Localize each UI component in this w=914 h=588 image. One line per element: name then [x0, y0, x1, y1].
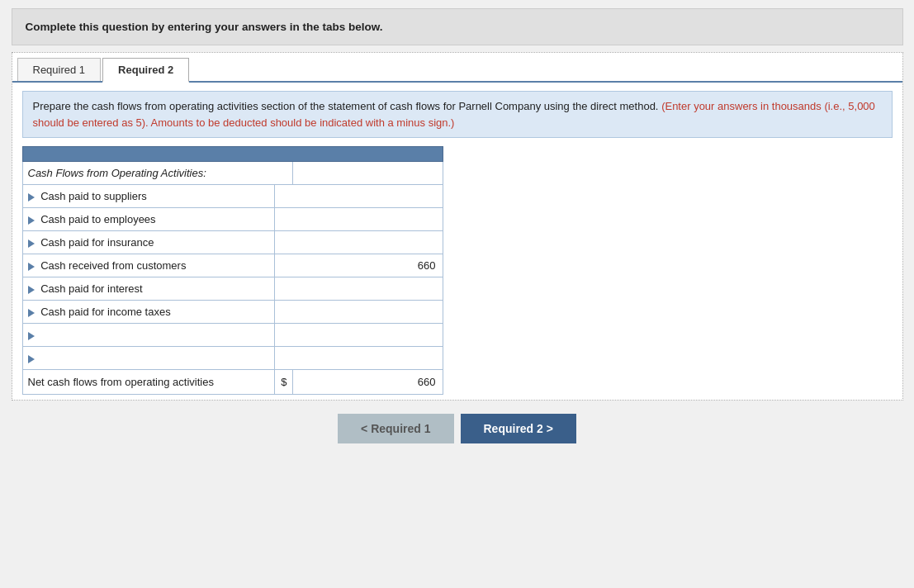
- row-label-suppliers: Cash paid to suppliers: [22, 185, 275, 208]
- row-value-interest[interactable]: [275, 277, 443, 301]
- btn-required2[interactable]: Required 2 >: [461, 414, 576, 443]
- table-row-empty1: [22, 324, 443, 347]
- tab-required2[interactable]: Required 2: [102, 58, 189, 83]
- input-income-taxes[interactable]: [280, 306, 437, 318]
- input-employees[interactable]: [280, 213, 437, 225]
- arrow-icon: [28, 193, 35, 202]
- row-value-empty2[interactable]: [275, 347, 443, 370]
- row-label-empty2: [22, 347, 275, 370]
- table-row: Cash received from customers 660: [22, 254, 443, 277]
- arrow-icon: [28, 286, 35, 294]
- table-row: Cash paid to suppliers: [22, 185, 443, 208]
- tab-row: Required 1 Required 2: [12, 53, 902, 83]
- section-title-cell: Cash Flows from Operating Activities:: [22, 162, 293, 185]
- row-label-employees: Cash paid to employees: [22, 208, 275, 231]
- table-row: Cash paid for insurance: [22, 231, 443, 254]
- row-value-customers[interactable]: 660: [275, 254, 443, 277]
- cash-flow-table: Cash Flows from Operating Activities: Ca…: [22, 146, 443, 395]
- input-insurance[interactable]: [280, 236, 437, 249]
- arrow-icon: [28, 355, 35, 363]
- outer-container: Complete this question by entering your …: [12, 8, 903, 443]
- tabs-area: Required 1 Required 2 Prepare the cash f…: [12, 52, 903, 401]
- tab-content: Prepare the cash flows from operating ac…: [12, 83, 902, 400]
- section-title-row: Cash Flows from Operating Activities:: [22, 162, 443, 185]
- row-label-empty1: [22, 324, 275, 347]
- input-empty2[interactable]: [280, 352, 437, 364]
- section-title-value: [293, 162, 443, 185]
- table-row: Cash paid to employees: [22, 208, 443, 231]
- arrow-icon: [28, 263, 35, 271]
- row-value-income-taxes[interactable]: [275, 301, 443, 324]
- section-title: Cash Flows from Operating Activities:: [28, 167, 206, 179]
- row-value-empty1[interactable]: [275, 324, 443, 347]
- row-value-insurance[interactable]: [275, 231, 443, 254]
- nav-buttons: < Required 1 Required 2 >: [12, 414, 903, 443]
- input-empty1[interactable]: [280, 329, 437, 341]
- tab-required1[interactable]: Required 1: [17, 58, 102, 81]
- footer-label: Net cash flows from operating activities: [22, 370, 275, 395]
- row-value-employees[interactable]: [275, 208, 443, 231]
- footer-dollar: $: [275, 370, 293, 395]
- btn-required1[interactable]: < Required 1: [338, 414, 453, 443]
- row-label-customers: Cash received from customers: [22, 254, 275, 277]
- arrow-icon: [28, 332, 35, 340]
- table-row: Cash paid for interest: [22, 277, 443, 301]
- row-label-interest: Cash paid for interest: [22, 277, 275, 301]
- row-label-income-taxes: Cash paid for income taxes: [22, 301, 275, 324]
- row-value-suppliers[interactable]: [275, 185, 443, 208]
- arrow-icon: [28, 309, 35, 317]
- table-header: [22, 147, 443, 162]
- footer-value: 660: [293, 370, 443, 395]
- instruction-text: Complete this question by entering your …: [26, 21, 383, 33]
- info-box: Prepare the cash flows from operating ac…: [22, 91, 893, 138]
- input-suppliers[interactable]: [280, 190, 437, 202]
- arrow-icon: [28, 216, 35, 225]
- arrow-icon: [28, 239, 35, 248]
- row-label-insurance: Cash paid for insurance: [22, 231, 275, 254]
- table-row: Cash paid for income taxes: [22, 301, 443, 324]
- table-row-empty2: [22, 347, 443, 370]
- instruction-bar: Complete this question by entering your …: [12, 8, 903, 45]
- input-interest[interactable]: [280, 282, 437, 295]
- footer-row: Net cash flows from operating activities…: [22, 370, 443, 395]
- instruction-main: Prepare the cash flows from operating ac…: [33, 100, 659, 112]
